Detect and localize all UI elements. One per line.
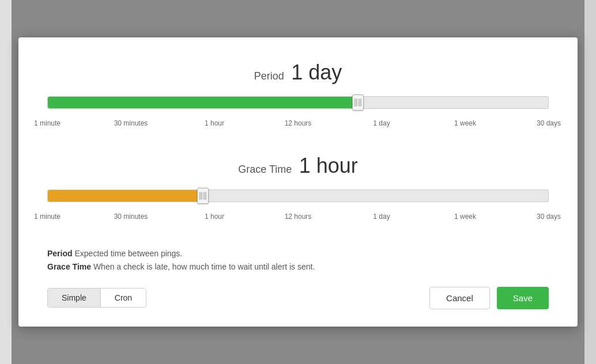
period-slider-wrapper	[47, 96, 549, 109]
description-grace-text: When a check is late, how much time to w…	[91, 262, 315, 271]
overlay: Period 1 day	[0, 0, 596, 364]
period-tick-labels: 1 minute30 minutes1 hour12 hours1 day1 w…	[47, 119, 549, 133]
tick-label-2: 1 hour	[205, 119, 224, 127]
description-period-text: Expected time between pings.	[73, 249, 183, 258]
grace-title: Grace Time 1 hour	[47, 154, 549, 178]
period-thumb-line-1	[356, 98, 357, 107]
grace-slider-wrapper	[47, 189, 549, 202]
grace-thumb-line-1	[201, 192, 202, 200]
period-slider-track[interactable]	[47, 96, 549, 109]
footer: Simple Cron Cancel Save	[47, 287, 549, 309]
tick-label-2: 1 hour	[205, 213, 224, 221]
grace-slider-fill	[48, 190, 203, 202]
save-button[interactable]: Save	[497, 287, 549, 309]
grace-value: 1 hour	[299, 154, 358, 177]
period-title: Period 1 day	[47, 60, 549, 85]
tick-label-1: 30 minutes	[114, 119, 148, 127]
description-period: Period Expected time between pings.	[47, 247, 549, 260]
grace-slider-track[interactable]	[47, 189, 549, 202]
tab-simple[interactable]: Simple	[48, 289, 101, 307]
grace-tick-labels: 1 minute30 minutes1 hour12 hours1 day1 w…	[47, 213, 549, 226]
tick-label-5: 1 week	[454, 119, 476, 127]
grace-section: Grace Time 1 hour 1 minute30	[47, 154, 549, 226]
grace-thumb-inner	[201, 192, 205, 200]
grace-slider-thumb[interactable]	[197, 188, 209, 204]
tick-label-1: 30 minutes	[114, 213, 148, 221]
tick-label-4: 1 day	[373, 213, 390, 221]
tick-label-0: 1 minute	[34, 213, 61, 221]
modal: Period 1 day	[18, 37, 578, 327]
period-value: 1 day	[291, 60, 342, 84]
action-buttons: Cancel Save	[429, 287, 549, 309]
tab-group: Simple Cron	[47, 288, 146, 308]
period-label: Period	[254, 70, 284, 82]
description: Period Expected time between pings. Grac…	[47, 247, 549, 273]
description-grace-bold: Grace Time	[47, 262, 91, 271]
period-thumb-inner	[356, 98, 360, 107]
grace-tick-marks	[47, 207, 549, 211]
period-tick-marks	[47, 113, 549, 118]
tick-label-4: 1 day	[373, 119, 390, 127]
period-slider-thumb[interactable]	[352, 94, 364, 111]
description-period-bold: Period	[47, 249, 73, 258]
period-thumb-line-2	[359, 98, 360, 107]
tick-label-3: 12 hours	[285, 119, 312, 127]
tick-label-5: 1 week	[454, 213, 476, 221]
tick-label-3: 12 hours	[285, 213, 312, 221]
period-slider-fill	[48, 97, 358, 108]
grace-label: Grace Time	[238, 164, 292, 175]
tick-label-0: 1 minute	[34, 119, 61, 127]
tick-label-6: 30 days	[537, 213, 561, 221]
cancel-button[interactable]: Cancel	[429, 287, 490, 309]
tab-cron[interactable]: Cron	[101, 289, 146, 307]
description-grace: Grace Time When a check is late, how muc…	[47, 260, 549, 273]
tick-label-6: 30 days	[537, 119, 561, 127]
period-section: Period 1 day	[47, 60, 549, 133]
grace-thumb-line-2	[203, 192, 205, 200]
